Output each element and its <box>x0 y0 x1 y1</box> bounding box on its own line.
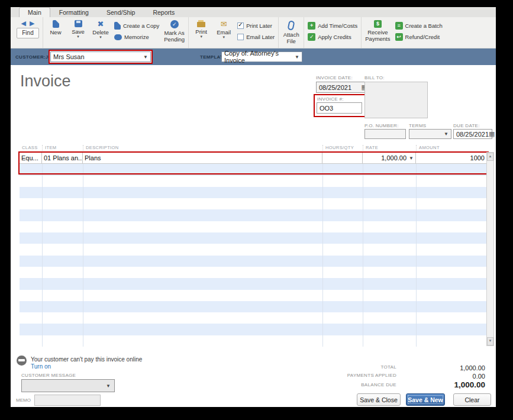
due-date-value: 08/25/2021 <box>456 131 489 138</box>
po-number-field[interactable] <box>364 129 406 139</box>
terms-dropdown[interactable]: ▼ <box>409 129 451 139</box>
new-button[interactable]: New <box>47 19 64 35</box>
invoice-number-label: INVOICE #: <box>317 96 344 102</box>
page-title: Invoice <box>20 72 71 91</box>
print-later-checkbox-icon[interactable] <box>237 22 244 29</box>
memo-input[interactable] <box>34 395 101 406</box>
po-number-label: P.O. NUMBER: <box>364 123 399 128</box>
save-new-button[interactable]: Save & New <box>406 393 445 406</box>
print-later-checkbox[interactable]: Print Later <box>237 21 275 30</box>
batch-refund-stack: ≡ Create a Batch ↩ Refund/Credit <box>395 19 443 41</box>
cell-rate-dropdown[interactable]: 1,000.00 ▼ <box>363 153 416 163</box>
scroll-down-icon[interactable]: ▼ <box>487 337 493 345</box>
time-credits-group: + Add Time/Costs ✓ Apply Credits <box>304 17 362 48</box>
attach-file-button[interactable]: Attach File <box>282 19 300 44</box>
template-value: Copy of: Attorney's Invoice <box>224 50 292 64</box>
cell-hours-qty[interactable] <box>322 153 363 163</box>
save-dropdown-icon[interactable]: ▾ <box>77 35 79 38</box>
invoice-number-field[interactable]: OO3 <box>317 102 362 114</box>
memorize-icon <box>114 34 122 40</box>
apply-credits-label: Apply Credits <box>318 34 351 40</box>
column-header-rate[interactable]: RATE <box>363 145 416 152</box>
column-header-amount[interactable]: AMOUNT <box>416 145 486 152</box>
memorize-label: Memorize <box>124 34 149 40</box>
column-divider <box>322 153 323 347</box>
back-arrow-icon[interactable]: ◀ <box>21 20 26 27</box>
cell-item-dropdown[interactable]: 01 Plans an... ▼ <box>42 153 83 163</box>
balance-due-value: 1,000.00 <box>401 380 485 389</box>
invoice-date-field[interactable]: 08/25/2021 ▦ <box>316 82 370 93</box>
delete-button[interactable]: ✖ Delete ▾ <box>92 19 109 39</box>
clear-button[interactable]: Clear <box>453 393 491 406</box>
customer-job-highlight: Mrs Susan ▼ <box>49 50 153 64</box>
bill-to-box[interactable] <box>364 82 428 118</box>
refund-credit-button[interactable]: ↩ Refund/Credit <box>395 32 443 41</box>
print-button[interactable]: Print ▾ <box>192 19 210 38</box>
column-divider <box>416 153 417 347</box>
bill-to-label: BILL TO: <box>364 75 385 80</box>
chevron-down-icon: ▼ <box>295 54 299 60</box>
envelope-icon: ✉ <box>221 20 227 28</box>
apply-credits-button[interactable]: ✓ Apply Credits <box>308 32 357 41</box>
customer-template-bar: CUSTOMER:JOB Mrs Susan ▼ TEMPLATE Copy o… <box>11 49 496 65</box>
email-button[interactable]: ✉ Email ▾ <box>215 19 233 39</box>
total-label: TOTAL <box>278 364 396 370</box>
find-button-label[interactable]: Find <box>17 28 39 38</box>
table-scrollbar[interactable]: ▲ ▼ <box>486 152 494 346</box>
online-payment-message: Your customer can't pay this invoice onl… <box>31 356 142 363</box>
tab-formatting[interactable]: Formatting <box>50 7 98 17</box>
receive-payments-label: Receive Payments <box>365 29 390 42</box>
create-batch-label: Create a Batch <box>405 22 443 29</box>
line-items-table: CLASS ITEM DESCRIPTION HOURS/QTY RATE AM… <box>20 145 486 347</box>
create-batch-icon: ≡ <box>395 22 403 30</box>
save-close-button[interactable]: Save & Close <box>357 393 401 406</box>
print-dropdown-icon[interactable]: ▾ <box>200 35 202 38</box>
tab-send-ship[interactable]: Send/Ship <box>98 7 144 17</box>
add-time-costs-button[interactable]: + Add Time/Costs <box>308 21 357 30</box>
rate-value: 1,000.00 <box>381 154 406 161</box>
template-dropdown[interactable]: Copy of: Attorney's Invoice ▼ <box>221 51 302 62</box>
memorize-button[interactable]: Memorize <box>114 32 159 41</box>
add-time-costs-icon: + <box>308 22 315 30</box>
cell-amount[interactable]: 1000 <box>416 153 486 163</box>
cell-class-dropdown[interactable]: Equ... ▼ <box>20 153 42 163</box>
table-body: Equ... ▼ 01 Plans an... ▼ Plans 1,000.00… <box>20 152 486 347</box>
email-later-checkbox-icon[interactable] <box>237 34 244 40</box>
scroll-up-icon[interactable]: ▲ <box>487 153 493 161</box>
column-header-item[interactable]: ITEM <box>42 145 83 152</box>
description-value: Plans <box>85 154 101 161</box>
calendar-icon[interactable]: ▦ <box>489 131 495 137</box>
attach-file-label: Attach File <box>283 31 299 44</box>
due-date-field[interactable]: 08/25/2021 ▦ <box>453 129 492 139</box>
receive-payments-button[interactable]: $ Receive Payments <box>365 19 390 42</box>
refund-credit-label: Refund/Credit <box>405 34 440 40</box>
mark-as-pending-button[interactable]: ✓ Mark As Pending <box>164 19 185 43</box>
column-header-hours-qty[interactable]: HOURS/QTY <box>322 145 363 152</box>
column-header-description[interactable]: DESCRIPTION <box>83 145 322 152</box>
receive-payments-icon: $ <box>374 20 382 28</box>
save-button[interactable]: Save ▾ <box>69 19 87 38</box>
tab-reports[interactable]: Reports <box>144 7 183 17</box>
find-button[interactable]: ◀ ▶ Find <box>17 19 39 38</box>
forward-arrow-icon[interactable]: ▶ <box>30 20 34 27</box>
apply-credits-icon: ✓ <box>308 33 315 41</box>
tab-main[interactable]: Main <box>19 7 50 17</box>
email-later-checkbox[interactable]: Email Later <box>237 32 275 41</box>
customer-job-dropdown[interactable]: Mrs Susan ▼ <box>50 51 151 62</box>
column-divider <box>42 153 43 347</box>
paperclip-icon <box>288 20 295 31</box>
cell-description[interactable]: Plans <box>83 153 322 163</box>
create-batch-button[interactable]: ≡ Create a Batch <box>395 21 443 30</box>
delete-dropdown-icon[interactable]: ▾ <box>99 35 102 39</box>
print-email-group: Print ▾ ✉ Email ▾ Print Later Email Late… <box>189 17 279 48</box>
refund-credit-icon: ↩ <box>395 33 403 41</box>
payments-applied-label: PAYMENTS APPLIED <box>278 373 396 378</box>
email-dropdown-icon[interactable]: ▾ <box>222 35 225 39</box>
copy-memorize-stack: Create a Copy Memorize <box>114 19 159 41</box>
attach-group: Attach File <box>279 17 304 48</box>
create-copy-button[interactable]: Create a Copy <box>114 21 159 30</box>
terms-label: TERMS <box>409 123 427 128</box>
pending-check-icon: ✓ <box>170 20 179 28</box>
column-header-class[interactable]: CLASS <box>20 145 42 152</box>
table-row: Equ... ▼ 01 Plans an... ▼ Plans 1,000.00… <box>20 153 486 164</box>
